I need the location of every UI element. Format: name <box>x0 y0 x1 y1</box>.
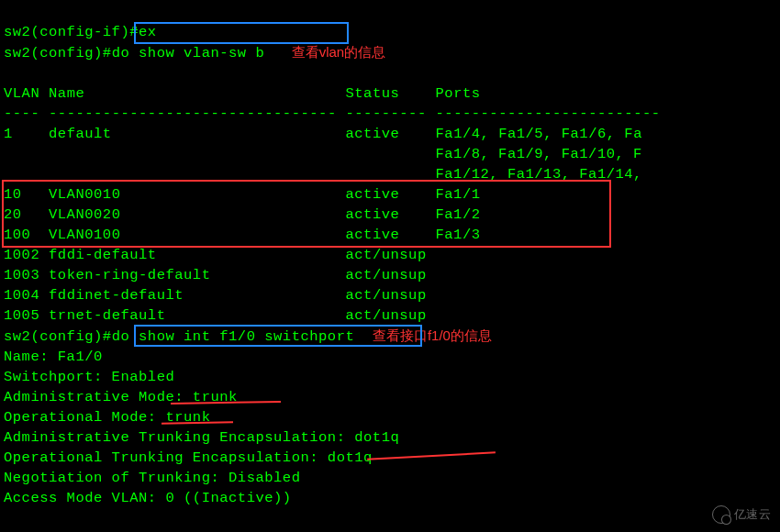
output-line: Switchport: Enabled <box>4 369 174 385</box>
output-line: Negotiation of Trunking: Disabled <box>4 470 300 486</box>
terminal-output: sw2(config-if)#ex sw2(config)#do show vl… <box>0 0 780 510</box>
table-row: 20 VLAN0020 active Fa1/2 <box>4 206 481 223</box>
annotation-interface-info: 查看接口f1/0的信息 <box>373 327 492 343</box>
col-status: Status <box>346 85 400 102</box>
prompt: sw2(config-if)# <box>4 24 139 40</box>
col-vlan: VLAN <box>4 85 39 102</box>
separator: -------------------------------- <box>49 105 337 122</box>
col-name: Name <box>49 85 84 102</box>
table-row: 10 VLAN0010 active Fa1/1 <box>4 186 481 203</box>
col-ports: Ports <box>436 85 481 102</box>
separator: --------- <box>346 105 427 122</box>
table-row: 100 VLAN0100 active Fa1/3 <box>4 227 481 243</box>
command: ex <box>139 24 157 40</box>
watermark: 亿速云 <box>712 504 772 525</box>
table-row: 1 default active Fa1/4, Fa1/5, Fa1/6, Fa <box>4 126 642 142</box>
watermark-text: 亿速云 <box>734 504 772 525</box>
output-line: Administrative Trunking Encapsulation: d… <box>4 429 399 446</box>
table-row: Fa1/12, Fa1/13, Fa1/14, <box>435 166 641 183</box>
command: do show vlan-sw b <box>112 45 265 61</box>
output-line: Access Mode VLAN: 0 ((Inactive)) <box>4 490 292 506</box>
command: do show int f1/0 switchport <box>112 328 355 345</box>
separator: ---- <box>4 105 39 122</box>
output-line: Operational Trunking Encapsulation: dot1… <box>4 449 373 466</box>
table-row: 1003 token-ring-default act/unsup <box>4 267 427 283</box>
annotation-vlan-info: 查看vlan的信息 <box>292 44 386 60</box>
prompt: sw2(config)# <box>4 45 112 61</box>
table-row: Fa1/8, Fa1/9, Fa1/10, F <box>435 146 641 162</box>
watermark-logo-icon <box>712 505 730 524</box>
output-line: Administrative Mode: trunk <box>4 389 238 405</box>
prompt: sw2(config)# <box>4 328 112 345</box>
table-row: 1004 fddinet-default act/unsup <box>4 287 427 304</box>
output-line: Operational Mode: trunk <box>4 409 210 426</box>
output-line: Name: Fa1/0 <box>4 349 103 365</box>
table-row: 1005 trnet-default act/unsup <box>4 307 427 324</box>
separator: ------------------------- <box>436 105 661 122</box>
table-row: 1002 fddi-default act/unsup <box>4 247 427 263</box>
